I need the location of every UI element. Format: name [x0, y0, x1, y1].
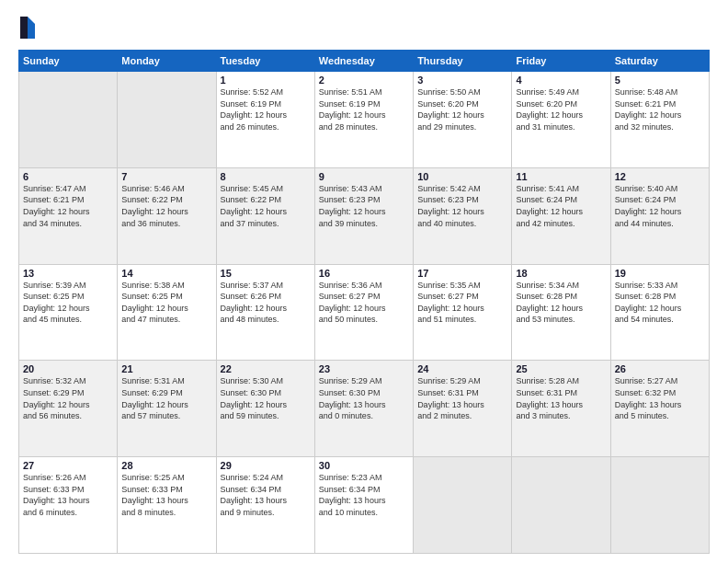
calendar-cell — [414, 457, 512, 554]
day-info: Sunrise: 5:26 AM Sunset: 6:33 PM Dayligh… — [23, 472, 113, 518]
calendar-cell: 26Sunrise: 5:27 AM Sunset: 6:32 PM Dayli… — [610, 361, 709, 457]
day-number: 14 — [121, 268, 211, 279]
day-number: 7 — [121, 171, 211, 182]
day-number: 3 — [417, 75, 507, 86]
day-number: 21 — [121, 363, 211, 374]
calendar-cell — [610, 457, 709, 554]
calendar-cell — [19, 72, 118, 168]
calendar-cell: 2Sunrise: 5:51 AM Sunset: 6:19 PM Daylig… — [314, 72, 413, 168]
logo-icon — [18, 15, 37, 40]
weekday-header-monday: Monday — [118, 51, 216, 72]
calendar-cell: 16Sunrise: 5:36 AM Sunset: 6:27 PM Dayli… — [314, 264, 413, 361]
calendar-cell: 30Sunrise: 5:23 AM Sunset: 6:34 PM Dayli… — [314, 457, 413, 554]
calendar-cell: 22Sunrise: 5:30 AM Sunset: 6:30 PM Dayli… — [216, 361, 314, 457]
day-info: Sunrise: 5:51 AM Sunset: 6:19 PM Dayligh… — [319, 86, 409, 132]
day-number: 10 — [417, 171, 507, 182]
day-info: Sunrise: 5:37 AM Sunset: 6:26 PM Dayligh… — [221, 280, 311, 326]
day-info: Sunrise: 5:47 AM Sunset: 6:21 PM Dayligh… — [23, 183, 113, 229]
day-number: 16 — [319, 268, 409, 279]
calendar-cell — [512, 457, 610, 554]
day-number: 17 — [417, 268, 507, 279]
weekday-header-sunday: Sunday — [19, 51, 118, 72]
calendar-cell: 1Sunrise: 5:52 AM Sunset: 6:19 PM Daylig… — [216, 72, 314, 168]
calendar-cell: 6Sunrise: 5:47 AM Sunset: 6:21 PM Daylig… — [19, 167, 118, 264]
calendar-cell: 14Sunrise: 5:38 AM Sunset: 6:25 PM Dayli… — [118, 264, 216, 361]
day-info: Sunrise: 5:34 AM Sunset: 6:28 PM Dayligh… — [516, 280, 606, 326]
calendar-cell: 12Sunrise: 5:40 AM Sunset: 6:24 PM Dayli… — [610, 167, 709, 264]
calendar-week-row: 1Sunrise: 5:52 AM Sunset: 6:19 PM Daylig… — [19, 72, 710, 168]
calendar-cell: 4Sunrise: 5:49 AM Sunset: 6:20 PM Daylig… — [512, 72, 610, 168]
calendar-cell: 21Sunrise: 5:31 AM Sunset: 6:29 PM Dayli… — [118, 361, 216, 457]
day-number: 9 — [319, 171, 409, 182]
day-info: Sunrise: 5:24 AM Sunset: 6:34 PM Dayligh… — [221, 472, 311, 518]
calendar-week-row: 27Sunrise: 5:26 AM Sunset: 6:33 PM Dayli… — [19, 457, 710, 554]
calendar-cell — [118, 72, 216, 168]
day-info: Sunrise: 5:33 AM Sunset: 6:28 PM Dayligh… — [615, 280, 705, 326]
day-number: 27 — [23, 460, 113, 471]
weekday-header-saturday: Saturday — [610, 51, 709, 72]
day-info: Sunrise: 5:32 AM Sunset: 6:29 PM Dayligh… — [23, 375, 113, 421]
calendar-cell: 8Sunrise: 5:45 AM Sunset: 6:22 PM Daylig… — [216, 167, 314, 264]
calendar-cell: 17Sunrise: 5:35 AM Sunset: 6:27 PM Dayli… — [414, 264, 512, 361]
calendar-cell: 28Sunrise: 5:25 AM Sunset: 6:33 PM Dayli… — [118, 457, 216, 554]
calendar-cell: 29Sunrise: 5:24 AM Sunset: 6:34 PM Dayli… — [216, 457, 314, 554]
day-info: Sunrise: 5:27 AM Sunset: 6:32 PM Dayligh… — [615, 375, 705, 421]
day-number: 25 — [516, 363, 606, 374]
day-number: 30 — [319, 460, 409, 471]
calendar-cell: 5Sunrise: 5:48 AM Sunset: 6:21 PM Daylig… — [610, 72, 709, 168]
weekday-header-wednesday: Wednesday — [314, 51, 413, 72]
calendar-cell: 25Sunrise: 5:28 AM Sunset: 6:31 PM Dayli… — [512, 361, 610, 457]
day-number: 20 — [23, 363, 113, 374]
day-number: 5 — [615, 75, 705, 86]
day-number: 1 — [221, 75, 311, 86]
day-info: Sunrise: 5:38 AM Sunset: 6:25 PM Dayligh… — [121, 280, 211, 326]
day-number: 4 — [516, 75, 606, 86]
day-number: 13 — [23, 268, 113, 279]
day-info: Sunrise: 5:31 AM Sunset: 6:29 PM Dayligh… — [121, 375, 211, 421]
day-info: Sunrise: 5:45 AM Sunset: 6:22 PM Dayligh… — [221, 183, 311, 229]
calendar-cell: 23Sunrise: 5:29 AM Sunset: 6:30 PM Dayli… — [314, 361, 413, 457]
day-info: Sunrise: 5:41 AM Sunset: 6:24 PM Dayligh… — [516, 183, 606, 229]
calendar-cell: 18Sunrise: 5:34 AM Sunset: 6:28 PM Dayli… — [512, 264, 610, 361]
calendar-cell: 3Sunrise: 5:50 AM Sunset: 6:20 PM Daylig… — [414, 72, 512, 168]
day-info: Sunrise: 5:29 AM Sunset: 6:31 PM Dayligh… — [417, 375, 507, 421]
day-info: Sunrise: 5:52 AM Sunset: 6:19 PM Dayligh… — [221, 86, 311, 132]
calendar-cell: 24Sunrise: 5:29 AM Sunset: 6:31 PM Dayli… — [414, 361, 512, 457]
calendar-cell: 27Sunrise: 5:26 AM Sunset: 6:33 PM Dayli… — [19, 457, 118, 554]
day-number: 19 — [615, 268, 705, 279]
day-info: Sunrise: 5:50 AM Sunset: 6:20 PM Dayligh… — [417, 86, 507, 132]
weekday-header-friday: Friday — [512, 51, 610, 72]
day-info: Sunrise: 5:39 AM Sunset: 6:25 PM Dayligh… — [23, 280, 113, 326]
day-info: Sunrise: 5:35 AM Sunset: 6:27 PM Dayligh… — [417, 280, 507, 326]
calendar-cell: 7Sunrise: 5:46 AM Sunset: 6:22 PM Daylig… — [118, 167, 216, 264]
day-info: Sunrise: 5:36 AM Sunset: 6:27 PM Dayligh… — [319, 280, 409, 326]
day-number: 28 — [121, 460, 211, 471]
day-number: 6 — [23, 171, 113, 182]
day-number: 12 — [615, 171, 705, 182]
page: SundayMondayTuesdayWednesdayThursdayFrid… — [0, 0, 728, 563]
day-number: 24 — [417, 363, 507, 374]
calendar-week-row: 13Sunrise: 5:39 AM Sunset: 6:25 PM Dayli… — [19, 264, 710, 361]
day-number: 23 — [319, 363, 409, 374]
day-info: Sunrise: 5:40 AM Sunset: 6:24 PM Dayligh… — [615, 183, 705, 229]
weekday-header-tuesday: Tuesday — [216, 51, 314, 72]
day-number: 29 — [221, 460, 311, 471]
day-info: Sunrise: 5:23 AM Sunset: 6:34 PM Dayligh… — [319, 472, 409, 518]
day-info: Sunrise: 5:42 AM Sunset: 6:23 PM Dayligh… — [417, 183, 507, 229]
calendar-week-row: 6Sunrise: 5:47 AM Sunset: 6:21 PM Daylig… — [19, 167, 710, 264]
day-info: Sunrise: 5:43 AM Sunset: 6:23 PM Dayligh… — [319, 183, 409, 229]
day-info: Sunrise: 5:49 AM Sunset: 6:20 PM Dayligh… — [516, 86, 606, 132]
day-number: 18 — [516, 268, 606, 279]
calendar-cell: 11Sunrise: 5:41 AM Sunset: 6:24 PM Dayli… — [512, 167, 610, 264]
day-number: 22 — [221, 363, 311, 374]
day-info: Sunrise: 5:48 AM Sunset: 6:21 PM Dayligh… — [615, 86, 705, 132]
calendar-week-row: 20Sunrise: 5:32 AM Sunset: 6:29 PM Dayli… — [19, 361, 710, 457]
calendar-cell: 10Sunrise: 5:42 AM Sunset: 6:23 PM Dayli… — [414, 167, 512, 264]
day-info: Sunrise: 5:28 AM Sunset: 6:31 PM Dayligh… — [516, 375, 606, 421]
day-info: Sunrise: 5:46 AM Sunset: 6:22 PM Dayligh… — [121, 183, 211, 229]
day-info: Sunrise: 5:29 AM Sunset: 6:30 PM Dayligh… — [319, 375, 409, 421]
day-number: 2 — [319, 75, 409, 86]
logo — [18, 15, 39, 40]
day-number: 26 — [615, 363, 705, 374]
calendar-cell: 13Sunrise: 5:39 AM Sunset: 6:25 PM Dayli… — [19, 264, 118, 361]
